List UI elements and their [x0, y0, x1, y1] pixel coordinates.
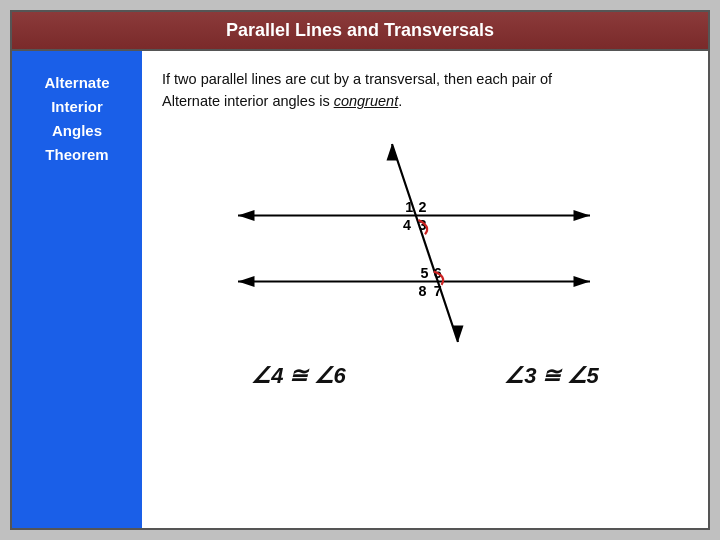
svg-marker-7: [238, 276, 255, 287]
theorem-text: If two parallel lines are cut by a trans…: [162, 69, 688, 113]
sidebar-line1: Alternate: [44, 71, 109, 95]
svg-text:8: 8: [418, 282, 426, 298]
sidebar: Alternate Interior Angles Theorem: [12, 51, 142, 528]
theorem-text2: Alternate interior angles is: [162, 93, 334, 109]
theorem-text4: .: [398, 93, 402, 109]
sidebar-line4: Theorem: [44, 143, 109, 167]
svg-marker-8: [574, 276, 591, 287]
svg-marker-4: [238, 210, 255, 221]
svg-text:1: 1: [405, 199, 413, 215]
title-bar: Parallel Lines and Transversals: [12, 12, 708, 51]
congruent-word: congruent: [334, 93, 399, 109]
svg-text:7: 7: [434, 282, 442, 298]
equation-right: ∠3 ≅ ∠5: [504, 363, 599, 389]
svg-text:5: 5: [421, 265, 429, 281]
equation-left: ∠4 ≅ ∠6: [251, 363, 346, 389]
sidebar-line2: Interior: [44, 95, 109, 119]
content-area: Alternate Interior Angles Theorem If two…: [12, 51, 708, 528]
theorem-text1: If two parallel lines are cut by a trans…: [162, 71, 552, 87]
svg-marker-5: [574, 210, 591, 221]
diagram-svg: 1 2 4 3 5 6 8 7: [162, 133, 688, 353]
equations-row: ∠4 ≅ ∠6 ∠3 ≅ ∠5: [162, 358, 688, 394]
diagram-area: 1 2 4 3 5 6 8 7 ∠4 ≅ ∠6: [162, 123, 688, 519]
svg-text:4: 4: [403, 216, 411, 232]
main-content: If two parallel lines are cut by a trans…: [142, 51, 708, 528]
sidebar-line3: Angles: [44, 119, 109, 143]
slide: Parallel Lines and Transversals Alternat…: [10, 10, 710, 530]
svg-text:2: 2: [418, 199, 426, 215]
slide-title: Parallel Lines and Transversals: [226, 20, 494, 40]
svg-line-0: [392, 144, 458, 342]
sidebar-text: Alternate Interior Angles Theorem: [44, 71, 109, 167]
